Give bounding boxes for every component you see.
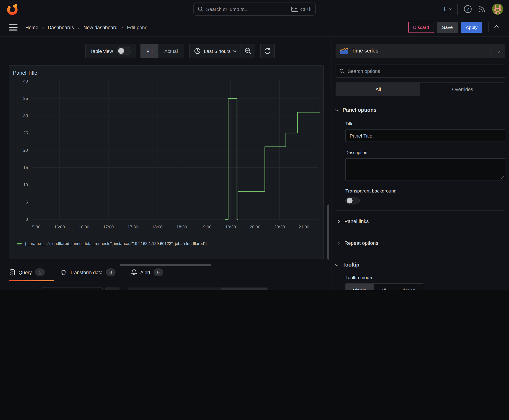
legend-series-label: {__name__="cloudflared_tunnel_total_requ…: [25, 241, 207, 246]
keyboard-icon: [291, 7, 298, 12]
vertical-scrollbar[interactable]: [327, 204, 329, 260]
svg-text:19:30: 19:30: [225, 225, 236, 229]
breadcrumb: Home › Dashboards › New dashboard › Edit…: [25, 24, 149, 30]
editor-tabs: Query 1 Transform data 0 Alert 0: [9, 265, 325, 281]
options-tab-switch: All Overrides: [336, 82, 505, 96]
tab-alert-label: Alert: [140, 270, 150, 275]
svg-text:30: 30: [23, 113, 28, 118]
tooltip-hidden-option[interactable]: Hidden: [393, 284, 423, 290]
svg-text:21:00: 21:00: [299, 225, 309, 229]
breadcrumb-separator: ›: [42, 24, 44, 30]
time-range-picker: Last 6 hours: [189, 44, 255, 58]
viz-suggestions-button[interactable]: [491, 44, 505, 58]
tab-overrides[interactable]: Overrides: [420, 83, 505, 96]
repeat-options-label: Repeat options: [344, 240, 378, 246]
panel-options-section[interactable]: Panel options: [336, 107, 505, 113]
search-shortcut: ctrl+k: [300, 7, 311, 12]
visualization-select[interactable]: Time series: [336, 44, 490, 58]
svg-text:0: 0: [26, 217, 28, 222]
svg-text:17:30: 17:30: [128, 225, 138, 229]
actual-option[interactable]: Actual: [159, 44, 183, 58]
database-icon: [9, 269, 15, 276]
table-view-toggle[interactable]: [117, 47, 131, 55]
svg-text:15: 15: [23, 165, 28, 170]
bell-icon: [131, 269, 137, 276]
svg-text:16:30: 16:30: [79, 225, 89, 229]
query-count-badge: 1: [35, 268, 45, 276]
tab-alert[interactable]: Alert 0: [130, 265, 164, 281]
svg-text:35: 35: [23, 96, 28, 101]
grafana-logo[interactable]: [6, 2, 19, 15]
nav-divider: [488, 22, 488, 32]
fill-actual-switch: Fill Actual: [140, 44, 184, 58]
top-bar: Search or jump to... ctrl+k + ?: [0, 0, 509, 18]
apply-button[interactable]: Apply: [461, 22, 483, 33]
visualization-name: Time series: [351, 48, 481, 54]
save-button[interactable]: Save: [437, 22, 458, 33]
global-search[interactable]: Search or jump to... ctrl+k: [193, 3, 316, 16]
menu-icon[interactable]: [9, 24, 17, 30]
panel-links-section[interactable]: Panel links: [337, 217, 505, 226]
svg-text:20:00: 20:00: [250, 225, 260, 229]
table-view-label: Table view: [90, 48, 113, 54]
tab-query-label: Query: [18, 270, 32, 275]
discard-button[interactable]: Discard: [408, 22, 434, 33]
collapse-options-icon[interactable]: [493, 22, 500, 32]
panel-title-input[interactable]: [345, 129, 505, 142]
panel-preview: Panel Title 051015202530354015:3016:0016…: [9, 65, 324, 259]
tab-all[interactable]: All: [336, 83, 420, 96]
description-textarea[interactable]: [345, 158, 505, 180]
resize-handle[interactable]: [501, 176, 504, 179]
panel-links-label: Panel links: [344, 218, 369, 224]
breadcrumb-new-dashboard[interactable]: New dashboard: [84, 24, 118, 30]
tab-query[interactable]: Query 1: [9, 265, 45, 281]
svg-text:?: ?: [467, 7, 469, 11]
options-search-input[interactable]: [348, 68, 501, 74]
fill-option[interactable]: Fill: [140, 44, 159, 58]
chart-legend[interactable]: {__name__="cloudflared_tunnel_total_requ…: [17, 241, 320, 246]
tab-transform[interactable]: Transform data 0: [60, 265, 116, 281]
table-view-control: Table view: [85, 44, 136, 58]
transparent-bg-label: Transparent background: [345, 188, 505, 193]
legend-swatch: [17, 243, 22, 244]
tooltip-section[interactable]: Tooltip: [336, 262, 505, 268]
transparent-bg-toggle[interactable]: [345, 197, 360, 205]
zoom-out-button[interactable]: [241, 44, 255, 58]
svg-text:40: 40: [23, 79, 28, 83]
query-inspector-button[interactable]: Query inspector: [221, 288, 267, 290]
grafana-app: Search or jump to... ctrl+k + ?: [0, 0, 509, 290]
time-series-chart[interactable]: 051015202530354015:3016:0016:3017:0017:3…: [12, 76, 320, 241]
svg-text:10: 10: [23, 182, 28, 187]
add-new-button[interactable]: +: [442, 5, 452, 14]
panel-title: Panel Title: [13, 70, 320, 76]
tooltip-all-option[interactable]: All: [373, 284, 393, 290]
query-options-row[interactable]: MD = auto = 704 Interval = 30s: [128, 288, 224, 290]
tooltip-single-option[interactable]: Single: [346, 284, 373, 290]
breadcrumb-dashboards[interactable]: Dashboards: [48, 24, 74, 30]
transform-icon: [60, 269, 66, 275]
search-icon: [198, 6, 204, 12]
tooltip-header: Tooltip: [342, 262, 359, 268]
tooltip-mode-switch: Single All Hidden: [345, 283, 423, 290]
repeat-options-section[interactable]: Repeat options: [337, 238, 505, 248]
description-label: Description: [345, 150, 505, 155]
time-range-button[interactable]: Last 6 hours: [190, 44, 241, 58]
breadcrumb-separator: ›: [122, 24, 123, 30]
svg-text:19:00: 19:00: [201, 225, 211, 229]
topbar-divider: [457, 3, 458, 14]
svg-text:17:00: 17:00: [103, 225, 114, 229]
news-icon[interactable]: [478, 5, 486, 13]
options-search[interactable]: [336, 65, 505, 78]
user-avatar[interactable]: [492, 3, 503, 14]
refresh-button[interactable]: [261, 44, 275, 58]
svg-text:20: 20: [23, 148, 28, 153]
help-icon[interactable]: ?: [463, 5, 472, 13]
svg-text:5: 5: [26, 200, 28, 204]
svg-text:18:00: 18:00: [152, 225, 162, 229]
datasource-picker[interactable]: Prometheus: [42, 288, 103, 290]
datasource-help-button[interactable]: ?: [105, 288, 119, 290]
clock-icon: [194, 48, 201, 54]
svg-text:20:30: 20:30: [274, 225, 285, 229]
breadcrumb-home[interactable]: Home: [25, 24, 38, 30]
time-range-label: Last 6 hours: [204, 48, 230, 54]
